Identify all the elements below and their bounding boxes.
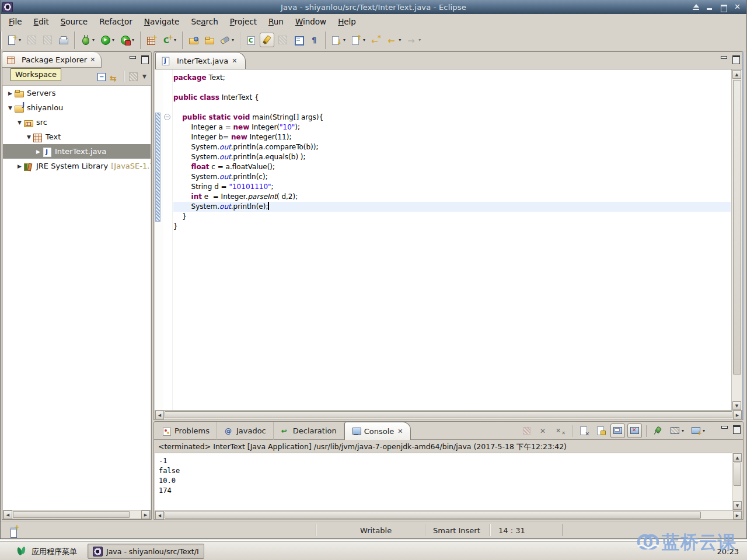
last-edit-location-button[interactable] xyxy=(369,33,383,47)
link-with-editor-button[interactable] xyxy=(110,72,119,81)
console-hscrollbar[interactable]: ◀ ▶ xyxy=(155,510,742,520)
dropdown-arrow-icon[interactable]: ▾ xyxy=(232,37,234,43)
show-stderr-button[interactable] xyxy=(627,424,642,438)
console-tab-javadoc[interactable]: Javadoc xyxy=(217,422,274,440)
back-button[interactable]: ▾ xyxy=(385,33,403,47)
menu-source[interactable]: Source xyxy=(55,15,93,28)
code-line-15[interactable]: } xyxy=(173,212,731,222)
console-output[interactable]: -1false10.0174 xyxy=(155,453,742,510)
dropdown-arrow-icon[interactable]: ▾ xyxy=(92,37,95,43)
open-type-button[interactable] xyxy=(186,33,201,47)
minimize-console-button[interactable] xyxy=(721,425,728,432)
close-editor-icon[interactable]: ✕ xyxy=(232,57,237,65)
tree-item-text[interactable]: ▼Text xyxy=(3,130,151,144)
console-tab-problems[interactable]: Problems xyxy=(155,422,217,440)
search-button[interactable]: ▾ xyxy=(218,33,236,47)
code-line-7[interactable]: Integer b= new Integer(11); xyxy=(173,132,731,142)
tree-item-jre-system-library[interactable]: ▶JRE System Library[JavaSE-1.7] xyxy=(3,159,151,173)
dropdown-arrow-icon[interactable]: ▾ xyxy=(343,37,345,43)
editor-vscrollbar[interactable]: ▲ ▼ xyxy=(731,69,742,411)
dropdown-arrow-icon[interactable]: ▾ xyxy=(399,37,401,43)
debug-button[interactable]: ▾ xyxy=(78,33,97,47)
close-button[interactable] xyxy=(734,4,742,10)
run-button[interactable]: ▾ xyxy=(98,33,117,47)
next-annotation-button[interactable]: ▾ xyxy=(329,33,348,47)
clear-console-button[interactable] xyxy=(577,424,591,438)
dropdown-arrow-icon[interactable]: ▾ xyxy=(132,37,134,43)
expand-arrow-icon[interactable]: ▼ xyxy=(6,105,14,111)
open-task-button[interactable] xyxy=(244,33,259,47)
code-line-16[interactable]: } xyxy=(173,222,731,232)
tree-item-src[interactable]: ▼src xyxy=(3,115,151,130)
app-menu-label[interactable]: 应用程序菜单 xyxy=(32,547,77,557)
open-resource-button[interactable] xyxy=(202,33,217,47)
code-line-10[interactable]: float c = a.floatValue(); xyxy=(173,162,731,172)
new-java-project-button[interactable] xyxy=(144,33,159,47)
menu-search[interactable]: Search xyxy=(185,15,224,28)
code-line-5[interactable]: public static void main(String[] args){ xyxy=(173,113,731,123)
collapse-all-button[interactable] xyxy=(96,72,105,81)
expand-arrow-icon[interactable]: ▶ xyxy=(6,90,14,96)
tree-item-intertext-java[interactable]: ▶InterText.java xyxy=(3,144,151,159)
editor-hscrollbar[interactable]: ◀ ▶ xyxy=(155,410,742,420)
open-console-button[interactable]: ▾ xyxy=(689,424,707,438)
print-button[interactable] xyxy=(56,33,71,47)
dropdown-arrow-icon[interactable]: ▾ xyxy=(703,428,705,433)
code-line-6[interactable]: Integer a = new Integer("10"); xyxy=(173,123,731,132)
expand-arrow-icon[interactable]: ▶ xyxy=(16,163,23,169)
code-line-4[interactable] xyxy=(173,103,731,113)
code-line-11[interactable]: System.out.println(c); xyxy=(173,172,731,182)
remove-all-button[interactable] xyxy=(553,424,568,438)
menu-project[interactable]: Project xyxy=(224,15,263,28)
pin-console-button[interactable] xyxy=(651,424,665,438)
console-tab-console[interactable]: Console✕ xyxy=(344,422,411,440)
new-class-button[interactable]: ▾ xyxy=(160,33,179,47)
app-menu-icon[interactable] xyxy=(16,546,27,556)
dropdown-arrow-icon[interactable]: ▾ xyxy=(174,37,176,43)
console-tab-declaration[interactable]: Declaration xyxy=(274,422,344,440)
menu-file[interactable]: File xyxy=(3,15,28,28)
code-line-14[interactable]: System.out.println(e); xyxy=(173,202,731,212)
tree-item-servers[interactable]: ▶Servers xyxy=(3,86,151,100)
external-tools-button[interactable]: ▾ xyxy=(118,33,137,47)
menu-help[interactable]: Help xyxy=(332,15,362,28)
display-console-button[interactable]: ▾ xyxy=(668,424,686,438)
restore-button[interactable] xyxy=(720,4,728,10)
editor-tab-intertext[interactable]: InterText.java ✕ xyxy=(155,52,246,69)
code-line-2[interactable] xyxy=(173,83,731,93)
dropdown-arrow-icon[interactable]: ▾ xyxy=(19,37,21,43)
dropdown-arrow-icon[interactable]: ▾ xyxy=(418,37,421,43)
minimize-editor-button[interactable] xyxy=(720,55,727,62)
new-wizard-button[interactable]: ▾ xyxy=(5,33,23,47)
maximize-console-button[interactable] xyxy=(733,425,740,432)
close-view-icon[interactable]: ✕ xyxy=(90,56,95,64)
code-line-12[interactable]: String d = "10101110"; xyxy=(173,182,731,192)
fast-view-button[interactable] xyxy=(10,526,18,536)
fold-collapse-icon[interactable]: − xyxy=(164,114,170,120)
maximize-editor-button[interactable] xyxy=(732,55,739,62)
close-console-tab-icon[interactable]: ✕ xyxy=(397,428,403,435)
show-source-button[interactable] xyxy=(291,33,306,47)
menu-edit[interactable]: Edit xyxy=(28,15,55,28)
code-line-3[interactable]: public class InterText { xyxy=(173,93,731,103)
dropdown-arrow-icon[interactable]: ▾ xyxy=(363,37,365,43)
package-explorer-tab[interactable]: Package Explorer ✕ xyxy=(2,52,102,68)
mark-occurrences-button[interactable] xyxy=(260,33,274,47)
minimize-button[interactable] xyxy=(706,4,714,10)
console-vscrollbar[interactable]: ▲ ▼ xyxy=(732,453,742,510)
expand-arrow-icon[interactable]: ▶ xyxy=(34,149,42,155)
code-line-1[interactable]: package Text; xyxy=(173,73,731,83)
scroll-lock-button[interactable] xyxy=(594,424,608,438)
expand-arrow-icon[interactable]: ▼ xyxy=(16,120,23,125)
dropdown-arrow-icon[interactable]: ▾ xyxy=(682,428,684,433)
code-line-13[interactable]: int e = Integer.parseInt( d,2); xyxy=(173,192,731,202)
menu-navigate[interactable]: Navigate xyxy=(138,15,186,28)
remove-launch-button[interactable] xyxy=(536,424,551,438)
shade-button[interactable] xyxy=(692,4,700,10)
maximize-view-button[interactable] xyxy=(141,55,148,62)
code-area[interactable]: package Text; public class InterText { p… xyxy=(173,73,731,232)
previous-annotation-button[interactable]: ▾ xyxy=(349,33,368,47)
menu-run[interactable]: Run xyxy=(263,15,289,28)
menu-window[interactable]: Window xyxy=(289,15,332,28)
show-whitespace-button[interactable] xyxy=(307,33,322,47)
